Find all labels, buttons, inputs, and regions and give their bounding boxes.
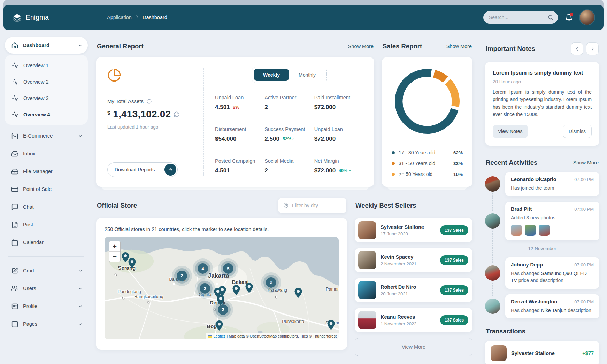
breadcrumb-dashboard[interactable]: Dashboard [143, 15, 167, 20]
avatar [485, 213, 500, 229]
filter-by-city-input[interactable] [292, 203, 337, 208]
search-icon[interactable] [547, 14, 554, 21]
info-icon[interactable] [146, 99, 152, 104]
marker-cluster[interactable]: 2 [177, 271, 187, 281]
map-pin-marker[interactable] [232, 285, 240, 297]
marker-cluster[interactable]: 4 [198, 263, 208, 274]
sidebar-item-inbox[interactable]: Inbox [5, 145, 88, 162]
refresh-icon[interactable] [174, 111, 180, 117]
sales-report-section: Sales Report Show More 17 - 30 Years old [382, 30, 472, 187]
total-assets-value: $1,413,102.02 [107, 109, 194, 120]
weekly-tab[interactable]: Weekly [254, 69, 289, 81]
marker-cluster[interactable]: 5 [223, 263, 233, 274]
city-label: Pamanukan [326, 287, 339, 292]
chevron-down-icon [78, 286, 83, 291]
town-dot [122, 297, 124, 300]
sidebar-item-overview-2[interactable]: Overview 2 [6, 73, 87, 90]
map-attribution: Leaflet | Map data © OpenStreetMap contr… [206, 333, 339, 339]
search-input[interactable] [489, 15, 541, 20]
arrow-right-icon[interactable] [164, 164, 176, 176]
map-pin-marker[interactable] [216, 295, 225, 307]
sales-badge: 137 Sales [440, 315, 468, 325]
breadcrumb-application[interactable]: Application [107, 15, 132, 20]
zoom-out-button[interactable]: − [109, 251, 120, 262]
view-notes-button[interactable]: View Notes [493, 125, 528, 138]
town-dot [213, 308, 216, 311]
general-report-show-more[interactable]: Show More [348, 44, 374, 49]
dismiss-button[interactable]: Dismiss [563, 125, 592, 138]
trend-up-badge: 52% [283, 137, 296, 141]
download-reports-button[interactable]: Download Reports [107, 162, 178, 177]
city-label: Karawang [268, 288, 287, 293]
avatar [358, 311, 376, 329]
map-pin-marker[interactable] [327, 319, 335, 332]
stat-disbursement: Disbursement $54.000 [215, 126, 264, 142]
best-seller-row[interactable]: Robert De Niro 20 June 2021 137 Sales [355, 278, 472, 302]
sidebar-item-calendar[interactable]: Calendar [5, 234, 88, 251]
user-avatar[interactable] [580, 10, 594, 25]
notes-prev-button[interactable] [571, 42, 583, 55]
avatar [358, 251, 376, 269]
photo-thumbnail[interactable] [539, 225, 550, 236]
sidebar-item-crud[interactable]: Crud [5, 262, 88, 279]
total-assets-label: My Total Assets [107, 98, 144, 104]
notifications-button[interactable] [565, 14, 573, 22]
brand[interactable]: Enigma [13, 13, 97, 22]
official-store-title: Official Store [97, 202, 137, 209]
activity-item: Leonardo DiCaprio 07:00 PM Has joined th… [485, 172, 599, 196]
avatar [485, 299, 500, 314]
official-store-section: Official Store 250 Official stores in 21… [96, 187, 347, 356]
important-note-card: Lorem Ipsum is simply dummy text 20 Hour… [485, 62, 599, 146]
weekly-best-sellers-section: Weekly Best Sellers Sylvester Stallone 1… [355, 187, 472, 356]
notes-next-button[interactable] [586, 42, 599, 55]
stats-grid: Unpaid Loan 4.501 2% Active Partner 2 Pa… [214, 95, 364, 177]
sidebar-item-users[interactable]: Users [5, 280, 88, 297]
map-pin-marker[interactable] [245, 282, 253, 295]
map-pin-marker[interactable] [294, 287, 302, 300]
sidebar-item-ecommerce[interactable]: E-Commerce [5, 127, 88, 144]
marker-cluster[interactable]: 2 [266, 277, 276, 288]
legend-dot [392, 173, 395, 176]
photo-thumbnail[interactable] [525, 225, 536, 236]
credit-card-icon [11, 186, 18, 193]
best-seller-row[interactable]: Kevin Spacey 2 November 2021 137 Sales [355, 248, 472, 272]
best-seller-row[interactable]: Keanu Reeves 1 November 2022 137 Sales [355, 308, 472, 332]
town-dot [115, 273, 117, 276]
sales-report-show-more[interactable]: Show More [446, 44, 472, 49]
photo-thumbnail[interactable] [511, 225, 522, 236]
sidebar: Dashboard Overview 1 Overview 2 Overview… [1, 34, 91, 364]
sidebar-item-file-manager[interactable]: File Manager [5, 163, 88, 180]
zoom-in-button[interactable]: + [109, 241, 120, 251]
weekly-best-sellers-title: Weekly Best Sellers [355, 202, 416, 209]
sidebar-item-chat[interactable]: Chat [5, 199, 88, 215]
legend-item: 31 - 50 Years old 33% [392, 161, 463, 166]
map-pin-marker[interactable] [128, 258, 136, 270]
stat-posted-campaign: Posted Campaign 4.501 [215, 158, 264, 174]
sidebar-item-post[interactable]: Post [5, 216, 88, 233]
sidebar-item-overview-1[interactable]: Overview 1 [6, 57, 87, 73]
recent-activities-show-more[interactable]: Show More [573, 160, 599, 165]
transactions-title: Transactions [486, 327, 525, 335]
sidebar-item-profile[interactable]: Profile [5, 298, 88, 315]
sidebar-item-pages[interactable]: Pages [5, 316, 88, 332]
sidebar-item-overview-3[interactable]: Overview 3 [6, 90, 87, 106]
general-report-section: General Report Show More My Total Assets [96, 30, 374, 187]
leaflet-map[interactable]: Serang Balaraja Jakarta Bekasi Karawang … [105, 237, 339, 339]
sidebar-item-dashboard[interactable]: Dashboard [5, 37, 88, 54]
monthly-tab[interactable]: Monthly [290, 69, 325, 81]
chevron-down-icon [240, 105, 244, 110]
view-more-button[interactable]: View More [355, 338, 472, 356]
chevron-up-icon [348, 169, 352, 173]
donut-legend: 17 - 30 Years old 62% 31 - 50 Years old … [390, 150, 465, 179]
stat-net-margin: Net Margin $72.000 49% [314, 158, 364, 174]
map-pin-marker[interactable] [215, 320, 223, 332]
sidebar-item-overview-4[interactable]: Overview 4 [6, 106, 87, 123]
best-seller-row[interactable]: Sylvester Stallone 17 June 2020 137 Sale… [355, 218, 472, 242]
leaflet-link[interactable]: Leaflet [214, 334, 225, 338]
avatar [358, 221, 376, 239]
sidebar-item-point-of-sale[interactable]: Point of Sale [5, 181, 88, 198]
marker-cluster[interactable]: 2 [200, 283, 210, 294]
calendar-icon [11, 239, 18, 246]
transaction-row[interactable]: Sylvester Stallone +$77 [485, 341, 599, 364]
important-notes-title: Important Notes [486, 45, 535, 53]
